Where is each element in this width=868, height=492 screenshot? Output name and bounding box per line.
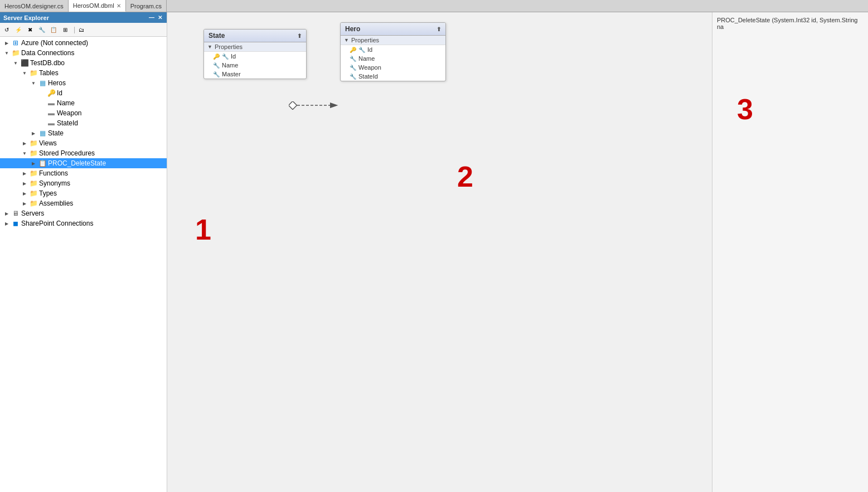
- expander-sharepoint: ▶: [2, 219, 11, 228]
- label-views: Views: [39, 139, 57, 147]
- toolbar-sep: |: [74, 26, 75, 33]
- key-icon-hero-id: 🔑: [350, 47, 356, 53]
- tree-item-sharepoint[interactable]: ▶ ◼ SharePoint Connections: [0, 218, 167, 228]
- designer-canvas[interactable]: State ⬆ ▼ Properties 🔑 🔧 Id 🔧 Name: [167, 12, 712, 492]
- entity-hero-row-id: 🔑 🔧 Id: [341, 45, 445, 54]
- tree-item-functions[interactable]: ▶ 📁 Functions: [0, 168, 167, 178]
- tab-program-cs[interactable]: Program.cs: [126, 0, 167, 12]
- toolbar-btn7[interactable]: 🗂: [76, 24, 87, 35]
- tree-item-proc-deletestate[interactable]: ▶ 📋 PROC_DeleteState: [0, 158, 167, 168]
- se-close-btn[interactable]: ✕: [157, 14, 163, 21]
- expander-stored-procs: ▼: [20, 149, 29, 158]
- icon-heros-name: ▬: [47, 99, 56, 108]
- tab-dbml[interactable]: HerosOM.dbml ✕: [69, 0, 126, 12]
- tree-item-views[interactable]: ▶ 📁 Views: [0, 138, 167, 148]
- tab-program-cs-label: Program.cs: [130, 3, 162, 9]
- entity-hero-name-label: Name: [358, 55, 375, 62]
- expander-tables: ▼: [20, 69, 29, 77]
- entity-state-id-label: Id: [231, 53, 236, 60]
- se-title: Server Explorer: [3, 14, 49, 21]
- icon-synonyms: 📁: [29, 179, 38, 188]
- tree-item-heros[interactable]: ▼ ▦ Heros: [0, 78, 167, 88]
- label-heros: Heros: [48, 79, 66, 87]
- entity-state-props-header: ▼ Properties: [204, 42, 306, 52]
- entity-hero[interactable]: Hero ⬆ ▼ Properties 🔑 🔧 Id 🔧 Name �: [340, 22, 446, 81]
- tree-item-heros-weapon[interactable]: ▶ ▬ Weapon: [0, 108, 167, 118]
- entity-hero-header: Hero ⬆: [341, 23, 445, 36]
- toolbar-btn5[interactable]: 📋: [48, 24, 59, 35]
- wrench-icon-hero-stateid: 🔧: [350, 74, 356, 80]
- wrench-icon-hero-weapon: 🔧: [350, 65, 356, 71]
- label-functions: Functions: [39, 169, 68, 177]
- expander-heros: ▼: [29, 79, 38, 87]
- toolbar-refresh[interactable]: ↺: [1, 24, 12, 35]
- tree-item-servers[interactable]: ▶ 🖥 Servers: [0, 208, 167, 218]
- label-tables: Tables: [39, 69, 59, 77]
- entity-hero-stateid-label: StateId: [358, 73, 378, 80]
- entity-state-header: State ⬆: [204, 30, 306, 42]
- server-explorer-panel: Server Explorer — ✕ ↺ ⚡ ✖ 🔧 📋 ⊞ | 🗂 ▶ ⊞ …: [0, 12, 167, 492]
- entity-state[interactable]: State ⬆ ▼ Properties 🔑 🔧 Id 🔧 Name: [203, 29, 307, 79]
- label-heros-name: Name: [57, 99, 75, 107]
- icon-assemblies: 📁: [29, 199, 38, 208]
- tree-item-azure[interactable]: ▶ ⊞ Azure (Not connected): [0, 38, 167, 48]
- icon-data-connections: 📁: [11, 48, 20, 57]
- toolbar-disconnect[interactable]: ✖: [25, 24, 36, 35]
- tree-item-state[interactable]: ▶ ▦ State: [0, 128, 167, 138]
- key-icon-state-id: 🔑: [213, 53, 220, 60]
- annotation-2: 2: [457, 160, 473, 193]
- entity-state-section-toggle[interactable]: ▼: [207, 44, 212, 50]
- tab-designer-cs[interactable]: HerosOM.designer.cs: [0, 0, 69, 12]
- icon-heros: ▦: [38, 79, 47, 87]
- main-layout: Server Explorer — ✕ ↺ ⚡ ✖ 🔧 📋 ⊞ | 🗂 ▶ ⊞ …: [0, 12, 868, 492]
- label-heros-id: Id: [57, 89, 62, 97]
- label-sharepoint: SharePoint Connections: [21, 220, 93, 227]
- tree-item-heros-id[interactable]: ▶ 🔑 Id: [0, 88, 167, 98]
- label-heros-stateid: StateId: [57, 119, 78, 127]
- tree-item-heros-stateid[interactable]: ▶ ▬ StateId: [0, 118, 167, 128]
- entity-state-master-label: Master: [222, 71, 241, 77]
- expander-servers: ▶: [2, 209, 11, 218]
- se-toolbar: ↺ ⚡ ✖ 🔧 📋 ⊞ | 🗂: [0, 23, 167, 37]
- toolbar-btn6[interactable]: ⊞: [60, 24, 71, 35]
- label-heros-weapon: Weapon: [57, 109, 81, 117]
- label-assemblies: Assemblies: [39, 199, 73, 207]
- entity-hero-weapon-label: Weapon: [358, 64, 381, 71]
- se-pin-btn[interactable]: —: [148, 14, 156, 21]
- expander-proc-deletestate: ▶: [29, 159, 38, 168]
- entity-hero-collapse[interactable]: ⬆: [437, 26, 441, 32]
- label-data-connections: Data Connections: [21, 49, 74, 57]
- entity-hero-row-weapon: 🔧 Weapon: [341, 63, 445, 72]
- tab-dbml-close[interactable]: ✕: [117, 3, 121, 9]
- toolbar-connect[interactable]: ⚡: [13, 24, 24, 35]
- icon-sharepoint: ◼: [11, 219, 20, 228]
- wrench-icon-hero-name: 🔧: [350, 56, 356, 62]
- expander-views: ▶: [20, 139, 29, 148]
- expander-state: ▶: [29, 129, 38, 138]
- tree-item-types[interactable]: ▶ 📁 Types: [0, 188, 167, 198]
- tree-item-data-connections[interactable]: ▼ 📁 Data Connections: [0, 48, 167, 58]
- icon-heros-id: 🔑: [47, 89, 56, 98]
- toolbar-btn4[interactable]: 🔧: [36, 24, 47, 35]
- tree-item-synonyms[interactable]: ▶ 📁 Synonyms: [0, 178, 167, 188]
- wrench-icon-hero-id: 🔧: [358, 47, 365, 53]
- tree-item-tables[interactable]: ▼ 📁 Tables: [0, 68, 167, 78]
- entity-hero-id-label: Id: [367, 46, 372, 53]
- entity-hero-section-toggle[interactable]: ▼: [344, 37, 349, 43]
- se-header: Server Explorer — ✕: [0, 12, 167, 23]
- tree-item-testdb[interactable]: ▼ ⬛ TestDB.dbo: [0, 58, 167, 68]
- icon-heros-weapon: ▬: [47, 109, 56, 118]
- tree-item-assemblies[interactable]: ▶ 📁 Assemblies: [0, 198, 167, 208]
- expander-testdb: ▼: [11, 59, 20, 67]
- icon-views: 📁: [29, 139, 38, 148]
- tree-item-heros-name[interactable]: ▶ ▬ Name: [0, 98, 167, 108]
- label-servers: Servers: [21, 210, 44, 217]
- entity-state-row-id: 🔑 🔧 Id: [204, 52, 306, 61]
- tree-item-stored-procs[interactable]: ▼ 📁 Stored Procedures: [0, 148, 167, 158]
- label-state: State: [48, 129, 64, 137]
- icon-servers: 🖥: [11, 209, 20, 218]
- icon-heros-stateid: ▬: [47, 119, 56, 128]
- entity-state-collapse[interactable]: ⬆: [297, 33, 302, 39]
- connector-svg: [167, 12, 712, 492]
- expander-functions: ▶: [20, 169, 29, 178]
